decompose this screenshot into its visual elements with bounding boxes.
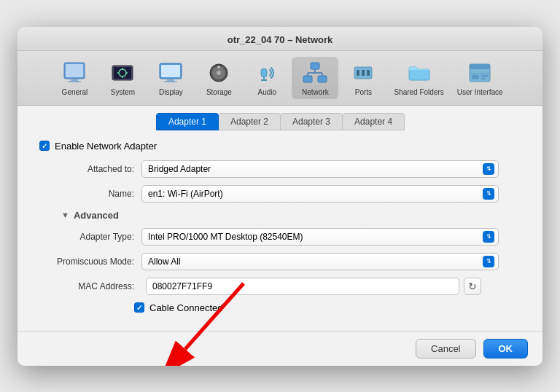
- adapter-tabs: Adapter 1 Adapter 2 Adapter 3 Adapter 4: [18, 106, 542, 130]
- mac-refresh-button[interactable]: ↻: [464, 278, 481, 295]
- toolbar-item-network[interactable]: Network: [292, 57, 338, 99]
- adapter-type-row: Adapter Type: Intel PRO/1000 MT Desktop …: [39, 228, 521, 246]
- mac-label: MAC Address:: [39, 281, 134, 291]
- toolbar-item-user-interface[interactable]: User Interface: [451, 57, 509, 99]
- attached-to-wrapper: Bridged Adapter ⇅: [141, 160, 499, 178]
- svg-rect-39: [481, 78, 486, 79]
- cable-connected-label: Cable Connected: [149, 302, 222, 313]
- toolbar-item-audio[interactable]: Audio: [244, 57, 290, 99]
- tab-adapter3[interactable]: Adapter 3: [280, 113, 343, 130]
- mac-field[interactable]: 080027F71FF9: [146, 278, 459, 295]
- svg-rect-35: [470, 68, 490, 69]
- storage-icon: [206, 60, 232, 86]
- network-icon: [302, 60, 328, 86]
- svg-rect-14: [164, 81, 177, 82]
- svg-rect-38: [481, 75, 488, 77]
- shared-folders-label: Shared Folders: [394, 88, 443, 96]
- tab-adapter2[interactable]: Adapter 2: [218, 113, 281, 130]
- svg-rect-23: [303, 76, 312, 82]
- svg-rect-12: [161, 65, 180, 77]
- promiscuous-select[interactable]: Allow All ⇅: [141, 253, 499, 270]
- attached-to-label: Attached to:: [39, 164, 134, 174]
- cable-connected-row: Cable Connected: [134, 302, 521, 313]
- audio-label: Audio: [258, 88, 277, 96]
- network-label: Network: [302, 88, 329, 96]
- name-arrow: ⇅: [483, 188, 494, 200]
- svg-point-17: [217, 71, 221, 75]
- svg-rect-13: [167, 79, 174, 81]
- toolbar-item-general[interactable]: General: [51, 57, 98, 99]
- promiscuous-mode-row: Promiscuous Mode: Allow All ⇅: [39, 253, 521, 270]
- general-icon: [61, 60, 88, 86]
- audio-icon: [254, 60, 280, 86]
- cancel-button[interactable]: Cancel: [416, 339, 475, 358]
- user-interface-label: User Interface: [457, 88, 503, 96]
- toolbar: General System: [18, 51, 542, 106]
- ports-label: Ports: [355, 88, 372, 96]
- ports-icon: [350, 60, 376, 86]
- advanced-triangle-icon: ▼: [61, 211, 69, 219]
- adapter-type-label: Adapter Type:: [39, 232, 134, 242]
- name-select[interactable]: en1: Wi-Fi (AirPort) ⇅: [141, 185, 499, 203]
- user-interface-icon: [467, 60, 493, 86]
- enable-network-row: Enable Network Adapter: [39, 141, 521, 152]
- display-label: Display: [159, 88, 183, 96]
- adapter-type-select[interactable]: Intel PRO/1000 MT Desktop (82540EM) ⇅: [141, 228, 499, 246]
- cable-connected-checkbox[interactable]: [134, 302, 144, 313]
- system-icon: [109, 60, 136, 86]
- svg-rect-30: [357, 70, 359, 76]
- svg-rect-3: [68, 81, 81, 82]
- tab-adapter4[interactable]: Adapter 4: [342, 113, 405, 130]
- titlebar: otr_22_04 70 – Network: [18, 27, 542, 51]
- system-label: System: [111, 88, 135, 96]
- svg-rect-24: [318, 76, 327, 82]
- tab-adapter1[interactable]: Adapter 1: [156, 113, 219, 130]
- adapter-type-arrow: ⇅: [483, 231, 494, 243]
- attached-to-row: Attached to: Bridged Adapter ⇅: [39, 160, 521, 178]
- advanced-section: ▼ Advanced Adapter Type: Intel PRO/1000 …: [39, 210, 521, 313]
- attached-to-arrow: ⇅: [483, 163, 494, 175]
- svg-rect-22: [311, 63, 319, 69]
- toolbar-item-storage[interactable]: Storage: [195, 57, 242, 99]
- svg-rect-31: [362, 70, 365, 76]
- toolbar-item-display[interactable]: Display: [147, 57, 194, 99]
- attached-to-select[interactable]: Bridged Adapter ⇅: [141, 160, 499, 178]
- name-wrapper: en1: Wi-Fi (AirPort) ⇅: [141, 185, 499, 203]
- shared-folders-icon: [406, 60, 432, 86]
- display-icon: [158, 60, 184, 86]
- svg-point-18: [218, 66, 220, 68]
- enable-network-label: Enable Network Adapter: [55, 141, 157, 152]
- promiscuous-wrapper: Allow All ⇅: [141, 253, 499, 270]
- svg-rect-19: [261, 68, 267, 77]
- svg-rect-37: [472, 75, 479, 79]
- bottom-bar: Cancel OK: [18, 331, 542, 366]
- svg-rect-2: [71, 79, 78, 81]
- general-label: General: [62, 88, 88, 96]
- svg-rect-32: [367, 70, 370, 76]
- storage-label: Storage: [206, 88, 232, 96]
- mac-address-row: MAC Address: 080027F71FF9 ↻: [39, 278, 521, 295]
- advanced-header[interactable]: ▼ Advanced: [61, 210, 521, 221]
- ok-button[interactable]: OK: [483, 339, 529, 358]
- promiscuous-arrow: ⇅: [483, 256, 494, 267]
- adapter-type-wrapper: Intel PRO/1000 MT Desktop (82540EM) ⇅: [141, 228, 499, 246]
- main-window: otr_22_04 70 – Network General: [18, 27, 542, 366]
- toolbar-item-ports[interactable]: Ports: [340, 57, 386, 99]
- name-label: Name:: [39, 189, 134, 199]
- name-row: Name: en1: Wi-Fi (AirPort) ⇅: [39, 185, 521, 203]
- window-title: otr_22_04 70 – Network: [228, 34, 333, 45]
- toolbar-item-system[interactable]: System: [99, 57, 146, 99]
- content-area: Enable Network Adapter Attached to: Brid…: [18, 130, 542, 331]
- promiscuous-label: Promiscuous Mode:: [39, 256, 134, 267]
- advanced-label: Advanced: [74, 210, 119, 221]
- svg-rect-1: [66, 64, 83, 77]
- enable-network-checkbox[interactable]: [39, 141, 50, 151]
- toolbar-item-shared-folders[interactable]: Shared Folders: [388, 57, 449, 99]
